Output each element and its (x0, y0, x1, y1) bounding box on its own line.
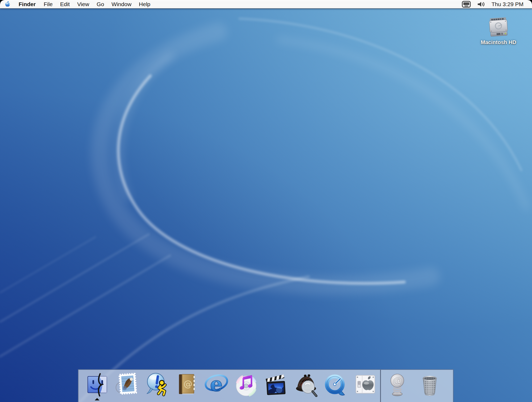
menu-edit[interactable]: Edit (56, 0, 73, 8)
menu-help[interactable]: Help (135, 0, 154, 8)
imovie-clapperboard-icon (263, 372, 289, 397)
itunes-cd-note-icon (234, 372, 259, 397)
volume-menu-extra[interactable] (477, 1, 485, 7)
apple-logo-icon (4, 1, 11, 8)
sherlock-hat-magnifier-icon (293, 372, 318, 397)
dock-item-imovie[interactable] (261, 372, 291, 397)
dock-item-internet-explorer[interactable]: e (201, 372, 231, 397)
menu-view[interactable]: View (73, 0, 93, 8)
svg-text:@: @ (183, 379, 192, 389)
desktop-icon-macintosh-hd[interactable]: Macintosh HD (485, 15, 512, 45)
dock: @ e (78, 369, 454, 402)
desktop-icon-label: Macintosh HD (481, 39, 516, 45)
running-indicator (95, 398, 99, 400)
dock-item-mail[interactable] (112, 372, 142, 397)
menu-go[interactable]: Go (93, 0, 108, 8)
menu-bar-clock[interactable]: Thu 3:29 PM (492, 1, 523, 7)
volume-icon (477, 1, 485, 7)
screen-corner-top-left (0, 0, 4, 4)
dock-item-address-book[interactable]: @ (172, 372, 201, 397)
dock-item-finder[interactable] (82, 372, 112, 397)
menu-finder[interactable]: Finder (15, 0, 40, 8)
dock-item-aim[interactable] (142, 372, 172, 397)
at-spring-icon: @ (385, 372, 410, 397)
mail-stamp-icon (114, 372, 140, 397)
screen-corner-top-right (528, 0, 532, 4)
desktop-wallpaper (0, 0, 532, 402)
displays-menu-extra[interactable] (462, 1, 471, 8)
dock-item-itunes[interactable] (231, 372, 261, 397)
address-book-icon: @ (174, 372, 199, 397)
svg-text:@: @ (392, 375, 402, 386)
quicktime-q-icon (323, 372, 348, 397)
menu-list: Finder File Edit View Go Window Help (15, 0, 154, 8)
menu-window[interactable]: Window (108, 0, 135, 8)
svg-text:e: e (210, 372, 223, 396)
menu-file[interactable]: File (40, 0, 56, 8)
dock-item-sherlock[interactable] (291, 372, 321, 397)
menu-bar-status-area: Thu 3:29 PM (462, 0, 532, 8)
dock-item-quicktime[interactable] (321, 372, 350, 397)
internet-explorer-icon: e (204, 372, 229, 397)
menu-bar: Finder File Edit View Go Window Help Thu… (0, 0, 532, 9)
system-preferences-icon (353, 372, 378, 397)
dock-item-system-preferences[interactable] (350, 372, 380, 397)
aim-messenger-icon (144, 372, 169, 397)
finder-icon (85, 372, 110, 397)
trash-mesh-icon (417, 372, 442, 397)
displays-icon (462, 1, 471, 8)
dock-item-trash[interactable] (413, 372, 446, 397)
hard-drive-icon (487, 15, 510, 38)
wallpaper-swirls (0, 0, 532, 402)
dock-item-apple-web-link[interactable]: @ (381, 372, 413, 397)
